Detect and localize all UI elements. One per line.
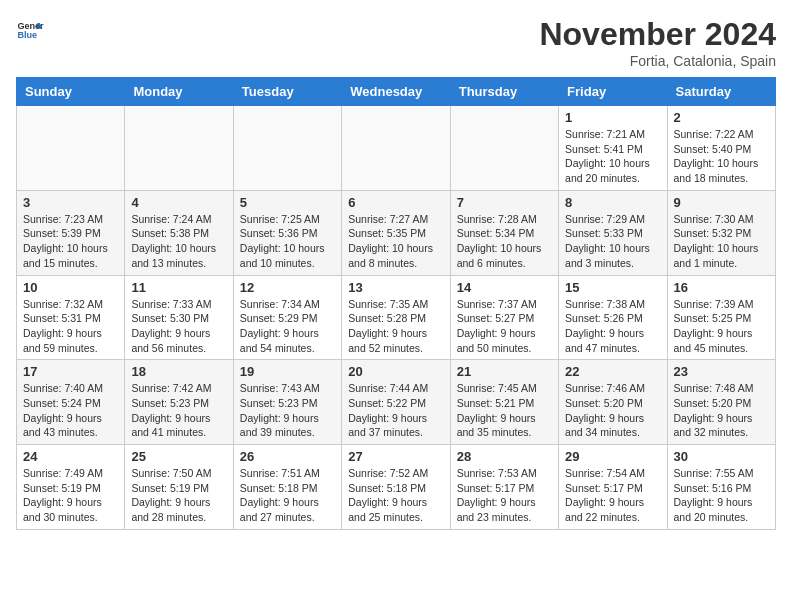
day-number: 19 — [240, 364, 335, 379]
calendar-cell: 15Sunrise: 7:38 AMSunset: 5:26 PMDayligh… — [559, 275, 667, 360]
calendar-cell: 2Sunrise: 7:22 AMSunset: 5:40 PMDaylight… — [667, 106, 775, 191]
svg-text:Blue: Blue — [17, 30, 37, 40]
day-info: Sunrise: 7:27 AMSunset: 5:35 PMDaylight:… — [348, 212, 443, 271]
calendar-cell — [450, 106, 558, 191]
day-info: Sunrise: 7:30 AMSunset: 5:32 PMDaylight:… — [674, 212, 769, 271]
day-number: 22 — [565, 364, 660, 379]
day-number: 7 — [457, 195, 552, 210]
day-number: 29 — [565, 449, 660, 464]
day-info: Sunrise: 7:32 AMSunset: 5:31 PMDaylight:… — [23, 297, 118, 356]
calendar-cell: 1Sunrise: 7:21 AMSunset: 5:41 PMDaylight… — [559, 106, 667, 191]
day-info: Sunrise: 7:38 AMSunset: 5:26 PMDaylight:… — [565, 297, 660, 356]
logo: General Blue — [16, 16, 44, 44]
day-number: 28 — [457, 449, 552, 464]
day-number: 16 — [674, 280, 769, 295]
calendar-cell: 28Sunrise: 7:53 AMSunset: 5:17 PMDayligh… — [450, 445, 558, 530]
calendar-week-2: 3Sunrise: 7:23 AMSunset: 5:39 PMDaylight… — [17, 190, 776, 275]
logo-icon: General Blue — [16, 16, 44, 44]
calendar-cell: 26Sunrise: 7:51 AMSunset: 5:18 PMDayligh… — [233, 445, 341, 530]
calendar-cell: 30Sunrise: 7:55 AMSunset: 5:16 PMDayligh… — [667, 445, 775, 530]
weekday-header-sunday: Sunday — [17, 78, 125, 106]
day-number: 8 — [565, 195, 660, 210]
calendar-cell: 5Sunrise: 7:25 AMSunset: 5:36 PMDaylight… — [233, 190, 341, 275]
day-info: Sunrise: 7:55 AMSunset: 5:16 PMDaylight:… — [674, 466, 769, 525]
day-info: Sunrise: 7:50 AMSunset: 5:19 PMDaylight:… — [131, 466, 226, 525]
weekday-header-row: SundayMondayTuesdayWednesdayThursdayFrid… — [17, 78, 776, 106]
day-info: Sunrise: 7:37 AMSunset: 5:27 PMDaylight:… — [457, 297, 552, 356]
day-number: 24 — [23, 449, 118, 464]
weekday-header-friday: Friday — [559, 78, 667, 106]
weekday-header-tuesday: Tuesday — [233, 78, 341, 106]
day-number: 30 — [674, 449, 769, 464]
day-info: Sunrise: 7:23 AMSunset: 5:39 PMDaylight:… — [23, 212, 118, 271]
calendar-cell: 18Sunrise: 7:42 AMSunset: 5:23 PMDayligh… — [125, 360, 233, 445]
day-number: 26 — [240, 449, 335, 464]
calendar-week-1: 1Sunrise: 7:21 AMSunset: 5:41 PMDaylight… — [17, 106, 776, 191]
calendar-cell: 10Sunrise: 7:32 AMSunset: 5:31 PMDayligh… — [17, 275, 125, 360]
day-number: 27 — [348, 449, 443, 464]
day-info: Sunrise: 7:49 AMSunset: 5:19 PMDaylight:… — [23, 466, 118, 525]
calendar-cell: 4Sunrise: 7:24 AMSunset: 5:38 PMDaylight… — [125, 190, 233, 275]
month-title: November 2024 — [539, 16, 776, 53]
calendar-cell: 13Sunrise: 7:35 AMSunset: 5:28 PMDayligh… — [342, 275, 450, 360]
calendar-cell: 29Sunrise: 7:54 AMSunset: 5:17 PMDayligh… — [559, 445, 667, 530]
day-number: 5 — [240, 195, 335, 210]
calendar-cell: 16Sunrise: 7:39 AMSunset: 5:25 PMDayligh… — [667, 275, 775, 360]
calendar-week-5: 24Sunrise: 7:49 AMSunset: 5:19 PMDayligh… — [17, 445, 776, 530]
calendar-cell: 22Sunrise: 7:46 AMSunset: 5:20 PMDayligh… — [559, 360, 667, 445]
day-info: Sunrise: 7:35 AMSunset: 5:28 PMDaylight:… — [348, 297, 443, 356]
calendar-cell: 24Sunrise: 7:49 AMSunset: 5:19 PMDayligh… — [17, 445, 125, 530]
day-number: 3 — [23, 195, 118, 210]
calendar-table: SundayMondayTuesdayWednesdayThursdayFrid… — [16, 77, 776, 530]
weekday-header-monday: Monday — [125, 78, 233, 106]
calendar-cell: 21Sunrise: 7:45 AMSunset: 5:21 PMDayligh… — [450, 360, 558, 445]
day-number: 12 — [240, 280, 335, 295]
day-number: 15 — [565, 280, 660, 295]
calendar-cell: 19Sunrise: 7:43 AMSunset: 5:23 PMDayligh… — [233, 360, 341, 445]
day-info: Sunrise: 7:39 AMSunset: 5:25 PMDaylight:… — [674, 297, 769, 356]
calendar-cell: 23Sunrise: 7:48 AMSunset: 5:20 PMDayligh… — [667, 360, 775, 445]
day-number: 14 — [457, 280, 552, 295]
day-number: 10 — [23, 280, 118, 295]
calendar-cell: 9Sunrise: 7:30 AMSunset: 5:32 PMDaylight… — [667, 190, 775, 275]
calendar-cell: 17Sunrise: 7:40 AMSunset: 5:24 PMDayligh… — [17, 360, 125, 445]
location: Fortia, Catalonia, Spain — [539, 53, 776, 69]
day-info: Sunrise: 7:34 AMSunset: 5:29 PMDaylight:… — [240, 297, 335, 356]
day-number: 4 — [131, 195, 226, 210]
calendar-cell: 3Sunrise: 7:23 AMSunset: 5:39 PMDaylight… — [17, 190, 125, 275]
day-info: Sunrise: 7:29 AMSunset: 5:33 PMDaylight:… — [565, 212, 660, 271]
day-number: 25 — [131, 449, 226, 464]
day-number: 21 — [457, 364, 552, 379]
day-info: Sunrise: 7:44 AMSunset: 5:22 PMDaylight:… — [348, 381, 443, 440]
calendar-cell: 12Sunrise: 7:34 AMSunset: 5:29 PMDayligh… — [233, 275, 341, 360]
day-number: 6 — [348, 195, 443, 210]
day-number: 20 — [348, 364, 443, 379]
day-number: 13 — [348, 280, 443, 295]
day-number: 9 — [674, 195, 769, 210]
day-number: 18 — [131, 364, 226, 379]
calendar-cell — [17, 106, 125, 191]
day-info: Sunrise: 7:43 AMSunset: 5:23 PMDaylight:… — [240, 381, 335, 440]
day-info: Sunrise: 7:45 AMSunset: 5:21 PMDaylight:… — [457, 381, 552, 440]
calendar-cell — [342, 106, 450, 191]
day-number: 1 — [565, 110, 660, 125]
calendar-cell: 14Sunrise: 7:37 AMSunset: 5:27 PMDayligh… — [450, 275, 558, 360]
calendar-cell: 27Sunrise: 7:52 AMSunset: 5:18 PMDayligh… — [342, 445, 450, 530]
day-number: 17 — [23, 364, 118, 379]
day-info: Sunrise: 7:24 AMSunset: 5:38 PMDaylight:… — [131, 212, 226, 271]
calendar-week-3: 10Sunrise: 7:32 AMSunset: 5:31 PMDayligh… — [17, 275, 776, 360]
calendar-cell — [125, 106, 233, 191]
day-info: Sunrise: 7:33 AMSunset: 5:30 PMDaylight:… — [131, 297, 226, 356]
weekday-header-thursday: Thursday — [450, 78, 558, 106]
day-info: Sunrise: 7:51 AMSunset: 5:18 PMDaylight:… — [240, 466, 335, 525]
calendar-week-4: 17Sunrise: 7:40 AMSunset: 5:24 PMDayligh… — [17, 360, 776, 445]
day-info: Sunrise: 7:28 AMSunset: 5:34 PMDaylight:… — [457, 212, 552, 271]
page-header: General Blue November 2024 Fortia, Catal… — [16, 16, 776, 69]
day-info: Sunrise: 7:40 AMSunset: 5:24 PMDaylight:… — [23, 381, 118, 440]
day-info: Sunrise: 7:25 AMSunset: 5:36 PMDaylight:… — [240, 212, 335, 271]
calendar-cell — [233, 106, 341, 191]
day-info: Sunrise: 7:53 AMSunset: 5:17 PMDaylight:… — [457, 466, 552, 525]
title-block: November 2024 Fortia, Catalonia, Spain — [539, 16, 776, 69]
day-number: 11 — [131, 280, 226, 295]
day-number: 23 — [674, 364, 769, 379]
